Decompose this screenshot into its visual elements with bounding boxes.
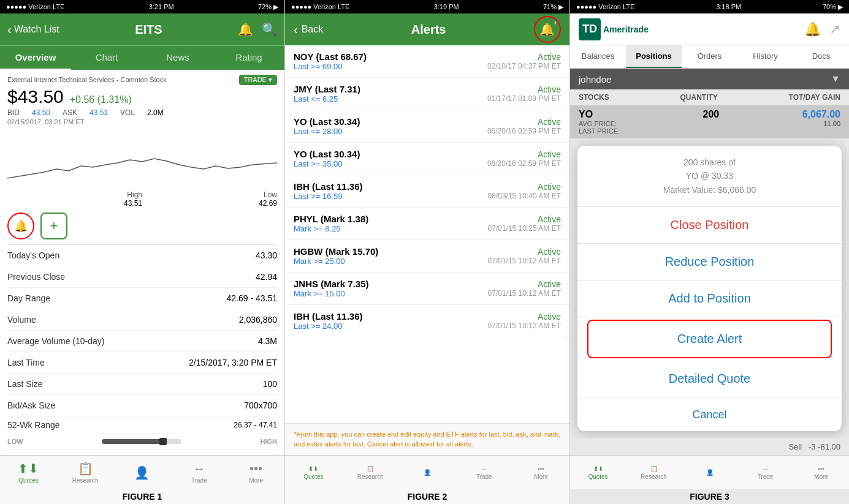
trade-icon: ↔ (193, 462, 205, 476)
cancel-button[interactable]: Cancel (577, 397, 842, 431)
price-chart (7, 141, 277, 190)
bottom-tab-more-fig3[interactable]: ••• More (793, 456, 849, 489)
position-gain: 6,067.00 (802, 109, 840, 120)
tab-chart[interactable]: Chart (71, 46, 142, 70)
more-icon-fig3: ••• (818, 465, 824, 472)
stat-value-avg-volume: 4.3M (258, 336, 277, 346)
bottom-tab-research-fig2[interactable]: 📋 Research (342, 456, 399, 489)
alert-item-hgbw[interactable]: HGBW (Mark 15.70) Mark >= 25.00 Active 0… (285, 240, 569, 273)
status-bar-fig1: ●●●●● Verizon LTE 3:21 PM 72% ▶ (0, 0, 284, 13)
modal-ticker-price: YO @ 30.33 (587, 169, 832, 182)
bottom-tab-research[interactable]: 📋 Research (57, 456, 114, 489)
alert-condition-ibh2: Last >= 24.00 (294, 322, 363, 331)
bell-icon-nav[interactable]: 🔔 (238, 22, 253, 37)
dropdown-arrow-icon: ▼ (831, 73, 840, 85)
tab-overview[interactable]: Overview (0, 46, 71, 70)
bottom-tab-more-fig2[interactable]: ••• More (512, 456, 569, 489)
alert-item-ibh2[interactable]: IBH (Last 11.36) Last >= 24.00 Active 07… (285, 305, 569, 337)
stat-label-day-range: Day Range (7, 293, 50, 303)
bottom-tab-trade-fig2[interactable]: ↔ Trade (455, 456, 512, 489)
alert-item-yo2[interactable]: YO (Last 30.34) Last >= 35.00 Active 06/… (285, 143, 569, 175)
bottom-tab-person[interactable]: 👤 (114, 456, 171, 489)
logout-icon-fig3[interactable]: ↗ (829, 21, 840, 37)
account-row[interactable]: johndoe ▼ (570, 69, 849, 89)
range-bar-fill (102, 439, 162, 444)
more-icon: ••• (249, 462, 262, 476)
bottom-tab-quotes[interactable]: ⬆⬇ Quotes (0, 456, 57, 489)
close-position-button[interactable]: Close Position (577, 207, 842, 244)
stat-last-size: Last Size 100 (7, 374, 277, 395)
alert-condition-ibh1: Last >= 16.59 (294, 192, 363, 201)
plus-badge: + (554, 20, 557, 26)
alert-status-ibh1: Active (488, 182, 561, 192)
quantity-header-label: QUANTITY (680, 93, 717, 102)
sell-qty: -3 (809, 442, 816, 451)
stat-avg-volume: Average Volume (10-day) 4.3M (7, 331, 277, 352)
research-label-fig3: Research (641, 473, 667, 480)
tab-history[interactable]: History (737, 45, 793, 68)
nav-back-fig1[interactable]: ‹ Watch List (7, 23, 59, 37)
research-icon: 📋 (78, 461, 93, 476)
tab-news[interactable]: News (142, 46, 213, 70)
bell-icon-fig3[interactable]: 🔔 (804, 21, 821, 37)
stat-value-prev-close: 42.94 (256, 272, 277, 282)
back-button-fig2[interactable]: ‹ Back (294, 23, 323, 37)
alert-condition-noy: Last >= 69.00 (294, 62, 367, 71)
bottom-tab-quotes-fig3[interactable]: ⬆⬇ Quotes (570, 456, 626, 489)
carrier-fig3: ●●●●● Verizon LTE (576, 3, 634, 10)
bell-alert-button[interactable]: 🔔 (7, 213, 34, 239)
reduce-position-button[interactable]: Reduce Position (577, 244, 842, 280)
alert-buttons-row: 🔔 + (0, 208, 284, 244)
create-alert-button[interactable]: Create Alert (587, 320, 832, 358)
high-value: 43.51 (124, 199, 142, 208)
nav-fig3: TD Ameritrade 🔔 ↗ (570, 13, 849, 45)
back-arrow-icon-fig2: ‹ (294, 23, 298, 37)
add-alert-button[interactable]: 🔔 + (534, 16, 561, 43)
tab-rating[interactable]: Rating (213, 46, 284, 70)
status-bar-fig3: ●●●●● Verizon LTE 3:18 PM 70% ▶ (570, 0, 849, 13)
more-icon-fig2: ••• (538, 465, 544, 472)
stat-volume: Volume 2,036,860 (7, 309, 277, 331)
bottom-tab-quotes-fig2[interactable]: ⬆⬇ Quotes (285, 456, 342, 489)
alert-item-yo1[interactable]: YO (Last 30.34) Last <= 28.00 Active 06/… (285, 110, 569, 143)
range-low-label: LOW (7, 438, 23, 445)
bottom-tabs-fig3: ⬆⬇ Quotes 📋 Research 👤 ↔ Trade ••• More (570, 455, 849, 489)
tab-docs[interactable]: Docs (793, 45, 849, 68)
last-price-label: LAST PRICE: (579, 127, 620, 135)
alert-item-phyl[interactable]: PHYL (Mark 1.38) Mark >= 8.25 Active 07/… (285, 208, 569, 240)
stock-label: External Internet Technical Services - C… (7, 76, 167, 83)
stat-label-avg-volume: Average Volume (10-day) (7, 336, 105, 346)
alert-condition-jnhs: Mark >= 15.00 (294, 289, 369, 298)
add-to-position-button[interactable]: Add to Position (577, 280, 842, 317)
trade-button[interactable]: TRADE ▾ (239, 75, 277, 85)
bottom-tab-person-fig3[interactable]: 👤 (682, 456, 737, 489)
trade-icon-fig2: ↔ (481, 465, 487, 472)
alert-item-jmy[interactable]: JMY (Last 7.31) Last <= 6.25 Active 01/1… (285, 78, 569, 110)
tab-orders[interactable]: Orders (682, 45, 737, 68)
bottom-tab-research-fig3[interactable]: 📋 Research (626, 456, 682, 489)
alert-item-noy[interactable]: NOY (Last 68.67) Last >= 69.00 Active 02… (285, 45, 569, 78)
tab-positions[interactable]: Positions (626, 45, 682, 68)
alert-item-ibh1[interactable]: IBH (Last 11.36) Last >= 16.59 Active 08… (285, 175, 569, 208)
detailed-quote-button[interactable]: Detailed Quote (577, 361, 842, 397)
alert-item-jnhs[interactable]: JNHS (Mark 7.35) Mark >= 15.00 Active 07… (285, 273, 569, 305)
stat-bidask-size: Bid/Ask Size 700x700 (7, 395, 277, 416)
bottom-tab-trade[interactable]: ↔ Trade (170, 456, 227, 489)
nav-right-fig3: 🔔 ↗ (804, 21, 840, 37)
add-button[interactable]: + (40, 213, 67, 239)
quotes-icon: ⬆⬇ (18, 461, 39, 476)
range-bar-row: LOW HIGH (7, 434, 277, 449)
bottom-tab-person-fig2[interactable]: 👤 (399, 456, 456, 489)
alert-ticker-phyl: PHYL (Mark 1.38) (294, 214, 368, 224)
research-icon-fig3: 📋 (650, 465, 658, 472)
search-icon-nav[interactable]: 🔍 (262, 22, 277, 37)
person-icon: 👤 (134, 465, 150, 480)
bottom-tab-trade-fig3[interactable]: ↔ Trade (737, 456, 793, 489)
low-label: Low (264, 190, 277, 199)
tab-balances[interactable]: Balances (570, 45, 626, 68)
position-row-yo[interactable]: YO AVG PRICE: LAST PRICE: 200 6,067.00 1… (570, 105, 849, 138)
bottom-tab-more[interactable]: ••• More (227, 456, 284, 489)
stat-label-todays-open: Today's Open (7, 250, 59, 260)
alert-ticker-ibh2: IBH (Last 11.36) (294, 311, 363, 322)
more-label-fig2: More (534, 473, 548, 480)
